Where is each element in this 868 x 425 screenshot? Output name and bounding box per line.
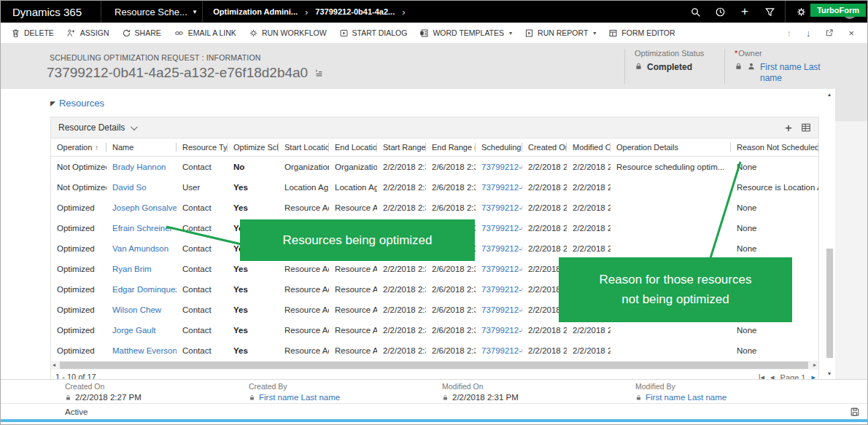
grid-row[interactable]: Not OptimizedDavid SoUserYesLocation Ag.… (51, 177, 818, 198)
brand-logo[interactable]: Dynamics 365 (1, 6, 101, 18)
grid-cell[interactable]: 73799212-0... (476, 198, 522, 218)
scrollbar-thumb[interactable] (826, 249, 833, 358)
recent-icon[interactable] (708, 1, 732, 23)
breadcrumb-item[interactable]: 73799212-0b41-4a2... (315, 7, 395, 16)
column-header[interactable]: Optimize Sche... (228, 139, 279, 156)
grid-cell[interactable]: 73799212-0... (476, 177, 522, 198)
grid-row[interactable]: OptimizedWilson ChewContactYesResource A… (51, 300, 818, 320)
grid-cell: None (731, 218, 818, 238)
column-header[interactable]: End Location (... (329, 139, 377, 156)
grid-cell: None (731, 157, 818, 177)
column-header[interactable]: Modified On (... (567, 139, 611, 156)
form-editor-button[interactable]: FORM EDITOR (608, 28, 675, 38)
grid-cell[interactable]: Wilson Chew (106, 300, 177, 320)
grid-cell: Yes (228, 320, 279, 340)
grid-cell[interactable]: 73799212-0... (476, 320, 522, 340)
lock-icon (249, 394, 255, 402)
run-report-button[interactable]: RUN REPORT ▾ (524, 28, 596, 38)
grid-cell[interactable]: 73799212-0... (476, 157, 522, 177)
grid-cell[interactable]: 73799212-0... (476, 259, 522, 279)
scroll-up-icon[interactable]: ▴ (824, 91, 835, 98)
column-header[interactable]: End Range (Sc... (426, 139, 476, 156)
close-icon[interactable]: × (848, 28, 854, 39)
view-selector[interactable]: Resource Details (58, 122, 125, 133)
grid-row[interactable]: Not OptimizedBrady HannonContactNoOrgani… (51, 157, 818, 177)
save-icon[interactable] (850, 407, 860, 417)
grid-row[interactable]: OptimizedRyan BrimContactYesResource Ad.… (51, 259, 818, 279)
run-workflow-button[interactable]: RUN WORKFLOW (249, 28, 327, 38)
down-arrow-icon[interactable]: ↓ (806, 28, 811, 39)
grid-row[interactable]: OptimizedEdgar DominquezContactYesResour… (51, 279, 818, 300)
email-a-link-button[interactable]: EMAIL A LINK (174, 28, 236, 38)
grid-cell[interactable]: 73799212-0... (476, 238, 522, 259)
grid-row[interactable]: OptimizedEfrain SchreinerContactYesResou… (51, 218, 818, 238)
settings-icon[interactable] (788, 1, 813, 23)
owner-link[interactable]: First name Last name (760, 62, 827, 84)
grid-view-icon[interactable] (801, 122, 811, 133)
user-link[interactable]: First name Last name (259, 393, 340, 402)
record-id-text: 73799212-0b41-4a25-a132-e76f18d2b4a0 (47, 65, 308, 81)
add-record-button[interactable]: + (785, 122, 792, 134)
field-label: Modified By (635, 382, 726, 391)
grid-cell: Resource Ad... (279, 259, 329, 279)
grid-cell[interactable]: Jorge Gault (106, 320, 177, 340)
horizontal-scrollbar[interactable]: ◂ ▸ (51, 361, 818, 370)
grid-cell[interactable]: Joseph Gonsalves (106, 198, 177, 218)
grid-row[interactable]: OptimizedVan AmundsonContactYesResource … (51, 238, 818, 259)
top-nav: Dynamics 365 Resource Sche... ▾ Optimiza… (1, 1, 867, 23)
column-header[interactable]: Operation↑ (51, 139, 106, 156)
grid-cell: No (228, 157, 279, 177)
column-header[interactable]: Reason Not Scheduled (B... (731, 139, 818, 156)
delete-button[interactable]: DELETE (11, 28, 54, 38)
user-link[interactable]: First name Last name (646, 393, 726, 402)
button-label: WORD TEMPLATES (433, 28, 504, 37)
column-header[interactable]: Scheduling Op... (476, 139, 522, 156)
vertical-scrollbar[interactable]: ▴ ▾ (824, 89, 835, 379)
assign-button[interactable]: ASSIGN (66, 28, 109, 38)
grid-cell: Yes (228, 238, 279, 259)
column-header[interactable]: Name (106, 139, 177, 156)
search-icon[interactable] (683, 1, 708, 23)
section-title-text: Resources (59, 98, 104, 109)
filter-icon[interactable] (757, 1, 782, 23)
grid-cell[interactable]: Efrain Schreiner (106, 218, 177, 238)
grid-cell[interactable]: Edgar Dominquez (106, 279, 177, 300)
grid-cell: None (731, 198, 818, 218)
column-header[interactable]: Operation Details (611, 139, 731, 156)
add-icon[interactable]: + (732, 1, 757, 23)
grid-row[interactable]: OptimizedJoseph GonsalvesContactYesResou… (51, 198, 818, 218)
scroll-down-icon[interactable]: ▾ (824, 370, 835, 377)
column-header[interactable]: Start Range (S... (377, 139, 426, 156)
column-header[interactable]: Created On (Sc... (522, 139, 567, 156)
scrollbar-thumb[interactable] (60, 362, 808, 369)
grid-cell: Optimized (51, 238, 106, 259)
start-dialog-button[interactable]: START DIALOG (339, 28, 408, 38)
grid-row[interactable]: OptimizedMatthew EversonContactYesResour… (51, 340, 818, 361)
grid-cell[interactable]: 73799212-0... (476, 279, 522, 300)
grid-body: Not OptimizedBrady HannonContactNoOrgani… (51, 157, 818, 361)
grid-cell[interactable]: Brady Hannon (106, 157, 177, 177)
column-header[interactable]: Start Location ... (279, 139, 329, 156)
resources-section-header[interactable]: ◤ Resources (50, 98, 104, 109)
scroll-right-icon[interactable]: ▸ (813, 361, 816, 370)
grid-cell: Contact (177, 238, 228, 259)
column-header[interactable]: Resource Type... (177, 139, 228, 156)
grid-row[interactable]: OptimizedJorge GaultContactYesResource A… (51, 320, 818, 340)
scroll-left-icon[interactable]: ◂ (53, 361, 55, 370)
breadcrumb-item[interactable]: Optimization Admini... (213, 7, 298, 16)
grid-cell[interactable]: 73799212-0... (476, 340, 522, 361)
grid-cell[interactable]: 73799212-0... (476, 218, 522, 238)
grid-cell[interactable]: Matthew Everson (106, 340, 177, 361)
grid-cell[interactable]: Van Amundson (106, 238, 177, 259)
notes-icon[interactable] (314, 68, 324, 78)
grid-cell[interactable]: 73799212-0... (476, 300, 522, 320)
word-templates-button[interactable]: WORD TEMPLATES ▾ (419, 28, 512, 38)
grid-cell[interactable]: David So (106, 177, 177, 198)
popout-icon[interactable] (825, 28, 834, 37)
grid-cell[interactable]: Ryan Brim (106, 259, 177, 279)
app-switcher[interactable]: Resource Sche... ▾ (101, 7, 202, 17)
up-arrow-icon[interactable]: ↑ (786, 28, 791, 39)
grid-cell: Not Optimized (51, 177, 106, 198)
button-label: EMAIL A LINK (188, 28, 236, 37)
share-button[interactable]: SHARE (122, 28, 161, 38)
